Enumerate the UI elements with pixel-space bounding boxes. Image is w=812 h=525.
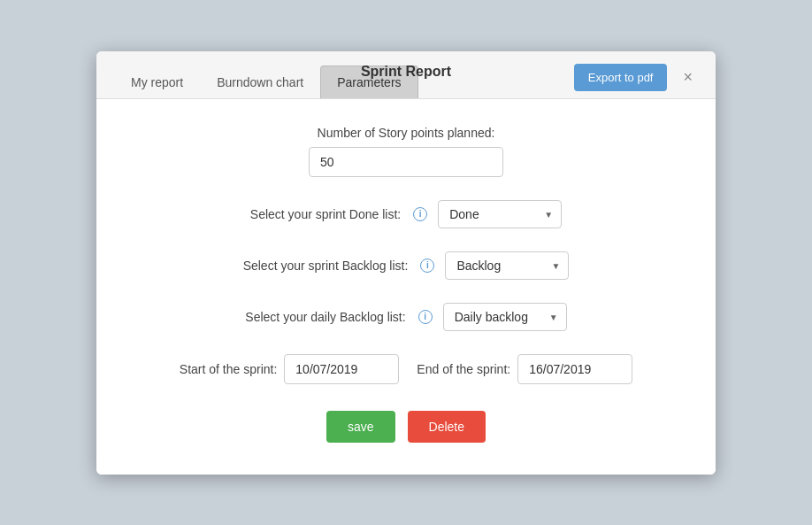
start-date-input[interactable] [284, 354, 399, 384]
tab-my-report[interactable]: My report [114, 66, 200, 98]
export-pdf-button[interactable]: Export to pdf [574, 64, 668, 91]
close-button[interactable]: × [678, 67, 698, 87]
modal-body: Number of Story points planned: Select y… [96, 99, 716, 475]
backlog-list-select-wrapper: Backlog Sprint 1 Sprint 2 [445, 251, 569, 280]
end-date-label: End of the sprint: [417, 362, 510, 376]
daily-backlog-row: Select your daily Backlog list: i Daily … [149, 303, 663, 331]
backlog-list-info-icon: i [420, 259, 434, 273]
end-date-group: End of the sprint: [417, 354, 632, 384]
start-date-group: Start of the sprint: [180, 354, 400, 384]
backlog-list-label: Select your sprint Backlog list: [243, 259, 409, 273]
daily-backlog-select[interactable]: Daily backlog Backlog Sprint [443, 303, 567, 331]
done-list-select[interactable]: Done In Progress To Do [438, 200, 562, 228]
sprint-report-modal: My report Burndown chart Parameters Spri… [96, 51, 716, 475]
done-list-select-wrapper: Done In Progress To Do [438, 200, 562, 228]
start-date-label: Start of the sprint: [180, 362, 278, 376]
modal-title: Sprint Report [361, 64, 451, 80]
action-row: save Delete [149, 411, 663, 443]
save-button[interactable]: save [326, 411, 395, 443]
story-points-row: Number of Story points planned: [149, 126, 663, 177]
tab-burndown-chart[interactable]: Burndown chart [200, 66, 320, 98]
done-list-label: Select your sprint Done list: [250, 207, 401, 221]
story-points-label: Number of Story points planned: [318, 126, 495, 140]
done-list-info-icon: i [413, 207, 427, 221]
date-row: Start of the sprint: End of the sprint: [149, 354, 663, 384]
backlog-list-row: Select your sprint Backlog list: i Backl… [149, 251, 663, 280]
daily-backlog-label: Select your daily Backlog list: [245, 310, 405, 324]
backlog-list-select[interactable]: Backlog Sprint 1 Sprint 2 [445, 251, 569, 280]
done-list-row: Select your sprint Done list: i Done In … [149, 200, 663, 228]
modal-header: My report Burndown chart Parameters Spri… [96, 51, 716, 99]
delete-button[interactable]: Delete [408, 411, 486, 443]
story-points-input[interactable] [309, 147, 503, 177]
daily-backlog-select-wrapper: Daily backlog Backlog Sprint [443, 303, 567, 331]
daily-backlog-info-icon: i [418, 310, 433, 324]
end-date-input[interactable] [517, 354, 632, 384]
header-right: Export to pdf × [574, 64, 698, 98]
